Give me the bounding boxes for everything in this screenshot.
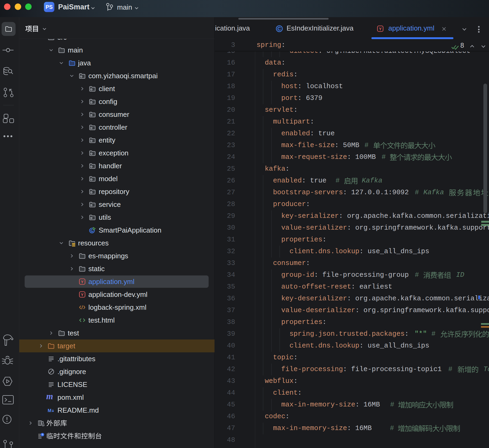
svg-text:Y: Y bbox=[81, 279, 84, 284]
svg-text:M: M bbox=[48, 408, 51, 413]
svg-text:Y: Y bbox=[379, 27, 382, 31]
svg-text:Y: Y bbox=[81, 292, 84, 297]
